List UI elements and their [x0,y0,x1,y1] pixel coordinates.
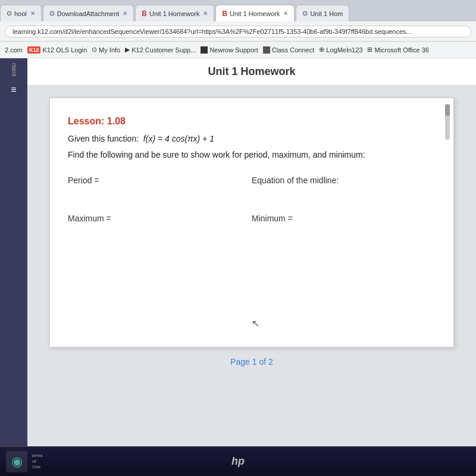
minimum-cell: Minimum = [252,211,436,226]
maximum-cell: Maximum = [68,211,252,226]
period-label: Period = [68,176,99,185]
tab-label-unit1-hw3: Unit 1 Hom [310,10,343,17]
k12-icon: K12 [27,46,41,54]
tab-school[interactable]: ⊙ hool ✕ [0,5,42,21]
taskbar-app-label: armsofUse [32,453,43,470]
taskbar-app-icon[interactable]: ◉ [6,451,27,472]
url-text: learning.k12.com/d2l/le/enhancedSequence… [12,28,412,35]
classconnect-icon [263,46,270,54]
tab-unit1-hw2[interactable]: B Unit 1 Homework ✕ [215,5,295,21]
bookmark-customer-supp[interactable]: ▶ K12 Customer Supp... [125,46,196,54]
sidebar-content-label: ntent [11,63,17,76]
cursor-indicator: ↖ [252,318,259,329]
tab-icon-school: ⊙ [7,10,12,17]
tab-bar: ⊙ hool ✕ ⊙ DownloadAttachment ✕ B Unit 1… [0,0,476,21]
hp-logo: hp [231,455,245,468]
page-title: Unit 1 Homework [208,65,295,78]
office365-icon: ⊞ [367,46,372,54]
bookmark-classconnect[interactable]: Class Connect [263,46,315,54]
work-area: Period = Equation of the midline: Maximu… [68,173,436,226]
tab-close-school[interactable]: ✕ [30,10,35,17]
tab-close-unit1-hw1[interactable]: ✕ [203,10,208,17]
bookmark-k12com[interactable]: 2.com [5,46,23,54]
tab-icon-download: ⊙ [49,10,55,17]
tab-label-unit1-hw1: Unit 1 Homework [149,10,199,17]
work-row-period: Period = Equation of the midline: [68,173,436,187]
tab-label-unit1-hw2: Unit 1 Homework [230,10,280,17]
taskbar-app-label-group: armsofUse [32,453,43,470]
lesson-title: Lesson: 1.08 [68,116,436,127]
page-area: Unit 1 Homework Lesson: 1.08 Given this … [27,58,476,446]
url-input[interactable]: learning.k12.com/d2l/le/enhancedSequence… [5,26,471,37]
taskbar-app-symbol: ◉ [11,454,23,469]
nav-sidebar: ntent ≡ [0,58,27,446]
scroll-thumb [445,104,450,116]
formula: f(x) = 4 cos(πx) + 1 [141,134,214,143]
myinfo-icon: ⊙ [92,46,97,54]
sidebar-menu-button[interactable]: ≡ [7,81,20,99]
bookmark-myinfo[interactable]: ⊙ My Info [92,46,120,54]
address-bar: learning.k12.com/d2l/le/enhancedSequence… [0,21,476,42]
browser-chrome: ⊙ hool ✕ ⊙ DownloadAttachment ✕ B Unit 1… [0,0,476,58]
customer-supp-icon: ▶ [125,46,130,54]
bookmark-newrow[interactable]: Newrow Support [201,46,258,54]
tab-icon-unit1-hw1: B [142,10,147,18]
tab-label-school: hool [14,10,27,17]
tab-icon-unit1-hw2: B [222,10,227,18]
tab-close-download[interactable]: ✕ [123,10,127,17]
document-container: Lesson: 1.08 Given this function: f(x) =… [27,86,476,446]
page-indicator[interactable]: Page 1 of 2 [230,357,273,367]
maximum-label: Maximum = [68,214,111,223]
bookmark-logmein[interactable]: ⊕ LogMeIn123 [319,46,362,54]
scroll-indicator[interactable] [445,104,450,140]
problem-given: Given this function: f(x) = 4 cos(πx) + … [68,133,436,145]
work-row-maxmin: Maximum = Minimum = [68,211,436,226]
midline-cell: Equation of the midline: [252,173,436,187]
bookmark-office365[interactable]: ⊞ Microsoft Office 36 [367,46,429,54]
problem-instruction: Find the following and be sure to show w… [68,149,436,161]
document-page: Lesson: 1.08 Given this function: f(x) =… [49,98,454,347]
tab-download[interactable]: ⊙ DownloadAttachment ✕ [43,5,134,21]
tab-icon-unit1-hw3: ⊙ [302,10,308,17]
given-text: Given this function: [68,134,139,143]
midline-label: Equation of the midline: [252,176,339,185]
tab-close-unit1-hw2[interactable]: ✕ [283,10,288,17]
taskbar: ◉ armsofUse hp [0,446,476,476]
tab-unit1-hw1[interactable]: B Unit 1 Homework ✕ [135,5,214,21]
page-header: Unit 1 Homework [27,58,476,86]
minimum-label: Minimum = [252,214,293,223]
bookmark-ols-login[interactable]: K12 K12 OLS Login [27,46,87,54]
tab-label-download: DownloadAttachment [57,10,120,17]
newrow-icon [201,46,208,54]
bookmarks-bar: 2.com K12 K12 OLS Login ⊙ My Info ▶ K12 … [0,42,476,58]
tab-unit1-hw3[interactable]: ⊙ Unit 1 Hom [296,5,349,21]
period-cell: Period = [68,173,252,187]
logmein-icon: ⊕ [319,46,324,54]
